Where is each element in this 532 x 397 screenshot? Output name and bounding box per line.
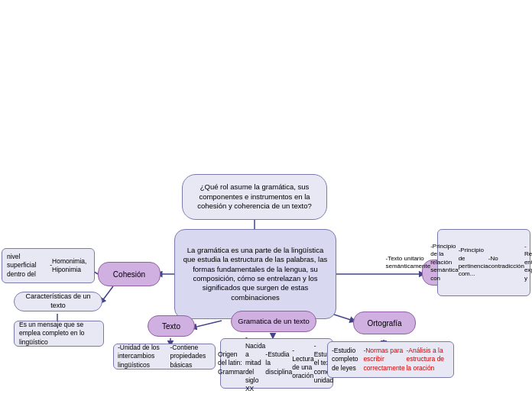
cohesion-node: Cohesión	[98, 262, 161, 286]
gramatica-bullets-node: Origen del latin: Grammar - Nacida a mit…	[220, 338, 333, 389]
texto-node: Texto	[148, 315, 195, 337]
ortografia-node: Ortografía	[353, 311, 416, 334]
main-node: La gramática es una parte de la lingüíst…	[174, 229, 336, 319]
ortografia-bullets-node: -Estudio completo de leyes -Normas para …	[327, 341, 454, 378]
caracteristicas-node: Características de un texto	[14, 292, 102, 311]
mind-map-container: ¿Qué rol asume la gramática, sus compone…	[0, 0, 532, 397]
svg-line-6	[193, 321, 222, 328]
es-mensaje-node: Es un mensaje que se emplea completo en …	[14, 321, 104, 347]
coherencia-right-node: -Texto unitario semánticamente -Principi…	[437, 229, 530, 296]
texto-bullets-node: -Unidad de los intercambios lingüísticos…	[113, 344, 216, 370]
gramatica-texto-node: Gramatica de un texto	[231, 311, 316, 332]
question-node: ¿Qué rol asume la gramática, sus compone…	[182, 174, 327, 220]
svg-line-4	[102, 286, 113, 302]
cohesion-left-node: nivel superficial dentro del - Homonimia…	[2, 248, 95, 283]
